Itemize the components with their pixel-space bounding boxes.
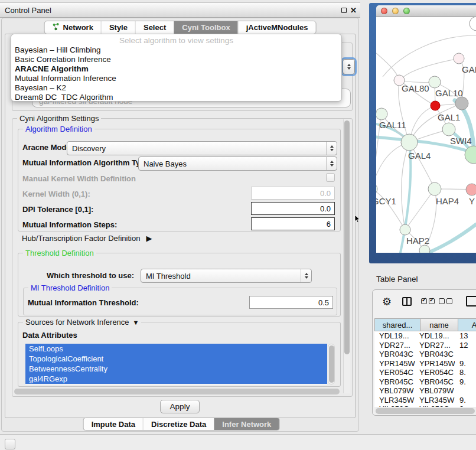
column-selector-icon[interactable] — [402, 297, 412, 306]
table-row[interactable]: YLR345W YLR345W 9. — [374, 396, 476, 405]
function-builder-icon[interactable] — [466, 296, 476, 306]
network-node-hap2[interactable] — [400, 224, 410, 235]
select-all-icon[interactable] — [421, 298, 435, 304]
table-panel: ⚙ shared... name A YDL19... YDL19... 13 … — [372, 289, 476, 416]
close-traffic-light[interactable] — [381, 8, 387, 14]
column-header-name[interactable]: name — [420, 318, 458, 331]
network-node-swi4[interactable] — [442, 123, 455, 136]
hub-transcription-toggle[interactable]: Hub/Transcription Factor Definition ▶ — [22, 234, 152, 243]
close-icon[interactable]: ✕ — [350, 6, 357, 15]
network-node-gal11[interactable] — [376, 108, 387, 120]
list-item[interactable]: BetweennessCentrality — [25, 364, 327, 374]
node-label: HAP2 — [406, 236, 429, 246]
sources-title: Sources for Network Inference — [25, 318, 129, 327]
which-threshold-combo[interactable]: MI Threshold — [141, 269, 312, 283]
network-node[interactable] — [454, 53, 464, 64]
combo-stepper-icon — [301, 269, 311, 282]
expanded-arrow-icon: ▼ — [133, 319, 139, 326]
mi-steps-field[interactable]: 6 — [251, 217, 335, 230]
tab-jactivemnodules[interactable]: jActiveMNodules — [238, 21, 316, 34]
control-panel-titlebar: Control Panel ✕ — [0, 2, 360, 18]
settings-hscrollbar-thumb[interactable] — [14, 389, 340, 394]
table-row[interactable]: YBR043C YBR043C — [374, 350, 476, 359]
table-hscrollbar-thumb[interactable] — [376, 408, 475, 414]
algorithm-option[interactable]: Basic Correlation Inference — [11, 55, 341, 64]
table-header: shared... name A — [374, 318, 476, 331]
table-row[interactable]: YBR045C YBR045C 9. — [374, 377, 476, 387]
table-horizontal-scrollbar[interactable] — [374, 407, 476, 415]
threshold-definition-title: Threshold Definition — [23, 249, 96, 257]
which-threshold-label: Which threshold to use: — [47, 271, 134, 280]
kernel-width-field[interactable]: 0.0 — [251, 187, 335, 200]
apply-button[interactable]: Apply — [160, 400, 200, 413]
data-attributes-label: Data Attributes — [22, 331, 77, 340]
dpi-tolerance-field[interactable]: 0.0 — [251, 202, 335, 215]
manual-kernel-label: Manual Kernel Width Definition — [22, 174, 136, 183]
column-header-shared-name[interactable]: shared... — [374, 318, 420, 331]
network-window-titlebar — [376, 5, 476, 17]
algorithm-option[interactable]: Mutual Information Inference — [11, 74, 341, 83]
algorithm-option[interactable]: Bayesian – K2 — [11, 83, 341, 93]
table-row[interactable]: YER054C YER054C 8. — [374, 368, 476, 377]
attributes-vertical-scrollbar[interactable] — [328, 344, 335, 384]
combo-stepper-icon — [326, 142, 337, 155]
algorithm-option[interactable]: Bayesian – Hill Climbing — [11, 45, 341, 55]
network-node-gray[interactable] — [455, 97, 468, 110]
mi-threshold-definition-group: MI Threshold Definition Mutual Informati… — [23, 288, 337, 315]
aracne-mode-combo[interactable]: Discovery — [67, 141, 337, 155]
algorithm-option[interactable]: Dream8 DC_TDC Algorithm — [11, 93, 341, 102]
deselect-all-icon[interactable] — [439, 298, 452, 304]
network-node-gcy1[interactable] — [376, 183, 377, 195]
node-label: GAL10 — [435, 88, 463, 98]
algorithm-combo-stepper[interactable] — [343, 59, 355, 74]
attributes-scrollbar-thumb[interactable] — [329, 345, 334, 383]
panel-toggle-button[interactable] — [5, 439, 15, 449]
network-node-gal10[interactable] — [429, 76, 441, 88]
manual-kernel-checkbox[interactable] — [326, 173, 335, 182]
table-row[interactable]: YBL079W YBL079W — [374, 386, 476, 396]
tab-network[interactable]: Network — [45, 21, 101, 34]
settings-vertical-scrollbar[interactable] — [343, 119, 350, 393]
network-node-selected-red[interactable] — [431, 101, 440, 110]
column-header-partial[interactable]: A — [458, 318, 476, 331]
settings-scrollbar-thumb[interactable] — [344, 120, 350, 354]
table-row[interactable]: YPR145W YPR145W 9. — [374, 359, 476, 369]
settings-group-title: Cyni Algorithm Settings — [17, 114, 101, 123]
gear-icon[interactable]: ⚙ — [382, 295, 392, 308]
mi-threshold-definition-title: MI Threshold Definition — [28, 283, 112, 292]
list-item[interactable]: TopologicalCoefficient — [25, 354, 327, 364]
node-label: GAL11 — [379, 120, 406, 130]
float-window-icon[interactable] — [341, 8, 347, 13]
node-label: GAL — [462, 64, 476, 74]
tab-style[interactable]: Style — [101, 21, 135, 34]
network-node[interactable] — [470, 17, 476, 31]
table-row[interactable]: YIL052C YIL052C 9. — [374, 405, 476, 407]
network-node-green[interactable] — [465, 146, 476, 164]
minimize-traffic-light[interactable] — [392, 8, 399, 14]
tab-cyni-toolbox[interactable]: Cyni Toolbox — [174, 21, 237, 34]
sources-toggle[interactable]: Sources for Network Inference▼ — [23, 318, 141, 327]
network-node[interactable] — [419, 245, 430, 253]
network-node-gal4[interactable] — [401, 134, 418, 151]
tab-discretize-data[interactable]: Discretize Data — [143, 418, 214, 430]
tab-select[interactable]: Select — [135, 21, 174, 34]
control-panel-tabbar: Network Style Select Cyni Toolbox jActiv… — [44, 21, 317, 34]
node-label: SWI4 — [450, 136, 472, 146]
algorithm-option-selected[interactable]: ARACNE Algorithm — [11, 64, 341, 74]
tab-infer-network[interactable]: Infer Network — [214, 418, 279, 430]
table-row[interactable]: YDR27... YDR27... 12 — [374, 341, 476, 350]
network-node-hap4[interactable] — [428, 182, 441, 195]
kernel-width-label: Kernel Width (0,1): — [22, 190, 90, 198]
mi-threshold-field[interactable]: 0.5 — [249, 296, 333, 309]
algorithm-dropdown-popup: Select algorithm to view settings Bayesi… — [11, 34, 342, 102]
list-item[interactable]: gal4RGexp — [25, 374, 327, 384]
table-row[interactable]: YDL19... YDL19... 13 — [374, 331, 476, 341]
settings-horizontal-scrollbar[interactable] — [14, 388, 341, 395]
list-item[interactable]: SelfLoops — [25, 344, 327, 354]
mi-algorithm-type-combo[interactable]: Naive Bayes — [138, 156, 337, 171]
which-threshold-value: MI Threshold — [141, 272, 301, 281]
tab-impute-data[interactable]: Impute Data — [84, 418, 143, 430]
network-canvas[interactable]: GAL80 GAL10 GAL1 GAL11 GAL4 SWI4 HAP4 HA… — [376, 17, 476, 253]
network-node-pink[interactable] — [466, 184, 476, 195]
zoom-traffic-light[interactable] — [403, 8, 410, 14]
